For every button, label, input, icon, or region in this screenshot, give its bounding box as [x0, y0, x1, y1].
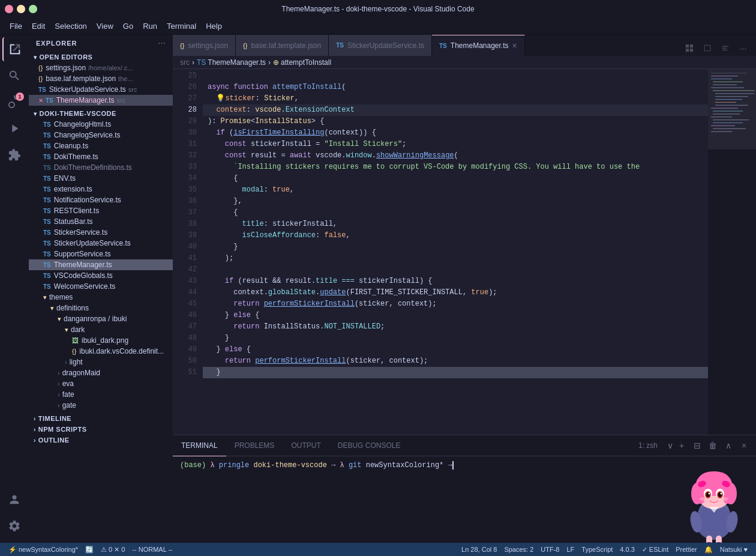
- file-StatusBar[interactable]: TS StatusBar.ts: [29, 216, 173, 227]
- tab-debug-console[interactable]: DEBUG CONSOLE: [329, 435, 409, 456]
- file-name: WelcomeService.ts: [54, 282, 115, 291]
- tab-close-button[interactable]: ×: [512, 41, 517, 50]
- file-ibuki-dark-png[interactable]: 🖼 ibuki_dark.png: [29, 335, 173, 346]
- folder-dark[interactable]: ▾ dark: [29, 324, 173, 335]
- file-ENV[interactable]: TS ENV.ts: [29, 173, 173, 184]
- menu-help[interactable]: Help: [201, 19, 227, 33]
- menu-terminal[interactable]: Terminal: [162, 19, 201, 33]
- file-StickerService[interactable]: TS StickerService.ts: [29, 227, 173, 238]
- kill-terminal-button[interactable]: 🗑: [706, 438, 720, 453]
- tab-terminal[interactable]: TERMINAL: [173, 435, 226, 456]
- add-terminal-button[interactable]: +: [674, 438, 689, 453]
- maximize-panel-button[interactable]: ∧: [721, 438, 736, 453]
- file-ChangelogHtml[interactable]: TS ChangelogHtml.ts: [29, 119, 173, 130]
- tab-problems[interactable]: PROBLEMS: [226, 435, 283, 456]
- file-ThemeManager[interactable]: TS ThemeManager.ts: [29, 259, 173, 270]
- status-natsuki[interactable]: Natsuki ♥: [716, 543, 751, 556]
- file-VSCodeGlobals[interactable]: TS VSCodeGlobals.ts: [29, 270, 173, 281]
- status-errors[interactable]: ⚠ 0 ✕ 0: [97, 543, 128, 556]
- search-icon[interactable]: [2, 64, 26, 88]
- file-SupportService[interactable]: TS SupportService.ts: [29, 249, 173, 259]
- maximize-button[interactable]: [29, 5, 37, 13]
- file-RESTClient[interactable]: TS RESTClient.ts: [29, 205, 173, 216]
- status-encoding[interactable]: UTF-8: [537, 543, 563, 556]
- ts-icon: TS: [336, 42, 344, 49]
- tab-theme-manager[interactable]: TS ThemeManager.ts ×: [432, 35, 525, 56]
- status-cursor-pos[interactable]: Ln 28, Col 8: [458, 543, 500, 556]
- folder-themes[interactable]: ▾ themes: [29, 292, 173, 303]
- tab-label: ThemeManager.ts: [451, 41, 509, 50]
- folder-name: light: [70, 358, 83, 366]
- more-actions-icon[interactable]: ···: [736, 40, 751, 56]
- open-editor-settings-json[interactable]: {} settings.json /home/alex/.c...: [29, 62, 173, 73]
- json-icon: {}: [243, 42, 247, 49]
- terminal-content[interactable]: (base) λ pringle doki-theme-vscode → λ g…: [173, 456, 756, 543]
- source-control-icon[interactable]: 1: [2, 90, 26, 114]
- open-editor-base-laf[interactable]: {} base.laf.template.json the...: [29, 73, 173, 84]
- status-vim-mode[interactable]: -- NORMAL --: [128, 543, 176, 556]
- layout-icon[interactable]: [700, 40, 715, 56]
- file-DokiTheme[interactable]: TS DokiTheme.ts: [29, 151, 173, 162]
- open-editors-chevron: ▾: [34, 54, 37, 61]
- menu-edit[interactable]: Edit: [27, 19, 50, 33]
- menu-run[interactable]: Run: [138, 19, 162, 33]
- project-header[interactable]: ▾ DOKI-THEME-VSCODE: [29, 108, 173, 119]
- sidebar-header-icons[interactable]: ···: [158, 40, 166, 47]
- menu-file[interactable]: File: [5, 19, 27, 33]
- close-button[interactable]: [5, 5, 13, 13]
- minimize-button[interactable]: [17, 5, 25, 13]
- breadcrumb-file: ThemeManager.ts: [208, 58, 266, 67]
- status-language[interactable]: TypeScript: [578, 543, 616, 556]
- close-panel-button[interactable]: ×: [737, 438, 751, 453]
- code-content[interactable]: async function attemptToInstall( 💡sticke…: [203, 69, 708, 435]
- file-ChangelogService[interactable]: TS ChangelogService.ts: [29, 130, 173, 141]
- explorer-icon[interactable]: [2, 37, 26, 61]
- tab-base-laf[interactable]: {} base.laf.template.json: [236, 35, 329, 56]
- folder-fate[interactable]: › fate: [29, 389, 173, 400]
- tab-sticker-update[interactable]: TS StickerUpdateService.ts: [329, 35, 432, 56]
- status-eol[interactable]: LF: [563, 543, 578, 556]
- menu-view[interactable]: View: [92, 19, 118, 33]
- split-terminal-button[interactable]: ⊟: [690, 438, 704, 453]
- tab-settings-json[interactable]: {} settings.json: [173, 35, 236, 56]
- status-indent[interactable]: Spaces: 2: [500, 543, 537, 556]
- file-extension[interactable]: TS extension.ts: [29, 184, 173, 195]
- folder-gate[interactable]: › gate: [29, 400, 173, 411]
- ts-icon: TS: [43, 262, 51, 268]
- file-WelcomeService[interactable]: TS WelcomeService.ts: [29, 281, 173, 292]
- file-Cleanup[interactable]: TS Cleanup.ts: [29, 141, 173, 151]
- code-line: `Installing stickers requires me to corr…: [203, 162, 708, 173]
- menu-selection[interactable]: Selection: [50, 19, 91, 33]
- status-sync[interactable]: 🔄: [82, 543, 97, 556]
- file-ibuki-dark-vscode[interactable]: {} ibuki.dark.vsCode.definit...: [29, 346, 173, 357]
- folder-name: definitions: [56, 304, 89, 312]
- accounts-icon[interactable]: [2, 488, 26, 512]
- folder-eva[interactable]: › eva: [29, 378, 173, 389]
- status-branch[interactable]: ⚡ newSyntaxColoring*: [5, 543, 82, 556]
- split-editor-icon[interactable]: [682, 40, 697, 56]
- folder-dragonMaid[interactable]: › dragonMaid: [29, 367, 173, 378]
- status-notifications[interactable]: 🔔: [701, 543, 716, 556]
- folder-danganronpa-ibuki[interactable]: ▾ danganronpa / ibuki: [29, 313, 173, 324]
- file-DokiThemeDefinitions[interactable]: TS DokiThemeDefinitions.ts: [29, 162, 173, 173]
- file-name: NotificationService.ts: [54, 196, 121, 204]
- status-prettier[interactable]: Prettier: [672, 543, 700, 556]
- settings-icon[interactable]: [2, 514, 26, 538]
- file-NotificationService[interactable]: TS NotificationService.ts: [29, 195, 173, 205]
- open-editor-theme-manager[interactable]: ✕ TS ThemeManager.ts src: [29, 95, 173, 106]
- menu-go[interactable]: Go: [118, 19, 138, 33]
- outline-header[interactable]: › OUTLINE: [29, 435, 173, 446]
- timeline-header[interactable]: › TIMELINE: [29, 413, 173, 424]
- open-editor-sticker-update[interactable]: TS StickerUpdateService.ts src: [29, 84, 173, 95]
- run-debug-icon[interactable]: [2, 116, 26, 141]
- npm-scripts-header[interactable]: › NPM SCRIPTS: [29, 424, 173, 435]
- folder-definitions[interactable]: ▾ definitions: [29, 303, 173, 313]
- status-ts-version[interactable]: 4.0.3: [616, 543, 638, 556]
- tab-output[interactable]: OUTPUT: [283, 435, 329, 456]
- folder-light[interactable]: › light: [29, 357, 173, 367]
- open-editors-header[interactable]: ▾ Open Editors: [29, 52, 173, 62]
- file-StickerUpdateService[interactable]: TS StickerUpdateService.ts: [29, 238, 173, 249]
- breadcrumb-icon[interactable]: [718, 40, 733, 56]
- extensions-icon[interactable]: [2, 143, 26, 167]
- status-eslint[interactable]: ✓ ESLint: [638, 543, 672, 556]
